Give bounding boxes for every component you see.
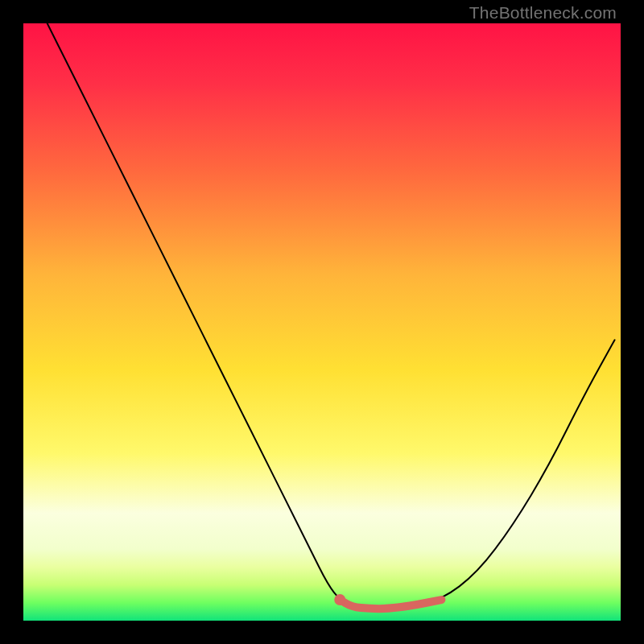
highlight-segment: [340, 600, 441, 609]
highlight-dot: [334, 594, 345, 605]
chart-stage: TheBottleneck.com: [0, 0, 644, 644]
curve-layer: [23, 23, 621, 621]
gradient-plot-area: [23, 23, 621, 621]
watermark-label: TheBottleneck.com: [469, 3, 617, 23]
bottleneck-curve: [47, 23, 615, 609]
svg-point-0: [334, 594, 345, 605]
